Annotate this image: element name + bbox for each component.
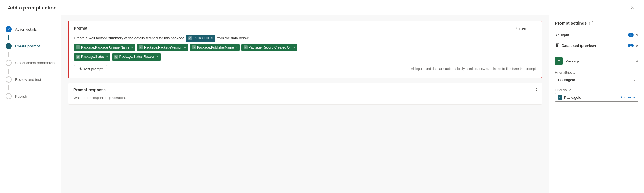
panel-title-text: Prompt settings	[555, 21, 587, 25]
sidebar-step-label-5: Publish	[15, 94, 27, 98]
filter-value-box: ⊙ PackageId × + Add value	[555, 93, 638, 102]
chip-label-packageid: PackageId	[193, 35, 209, 41]
tag-close-1[interactable]: ×	[131, 45, 133, 50]
tag-close-5[interactable]: ×	[106, 54, 108, 60]
chip-icon-teal: ⊙	[188, 36, 192, 40]
sidebar-step-label-4: Review and test	[15, 78, 41, 82]
data-used-label: Data used (preview)	[562, 44, 596, 48]
dialog-title: Add a prompt action	[8, 5, 57, 11]
input-chevron-icon: ∨	[636, 33, 638, 37]
prompt-actions: + Insert ···	[515, 26, 537, 31]
input-row-right: 1 ∨	[628, 33, 638, 37]
sidebar-step-review-test[interactable]: Review and test	[6, 74, 56, 85]
tag-label-4: Package.Record Created On	[249, 45, 292, 51]
panel-title: Prompt settings i	[555, 21, 638, 25]
tag-label-2: Package.PackageVersion	[144, 45, 182, 51]
response-header: Prompt response ⛶	[73, 87, 537, 92]
add-value-button[interactable]: + Add value	[618, 95, 635, 99]
filter-value-left: ⊙ PackageId ×	[558, 95, 585, 100]
prompt-tags-row1: ⊙ Package.Package Unique Name × ⊙ Packag…	[74, 44, 537, 51]
response-text: Waiting for response generation.	[73, 96, 537, 100]
tag-chip-status[interactable]: ⊙ Package.Status ×	[74, 53, 110, 61]
step-connector-4	[8, 85, 9, 90]
step-circle-2	[6, 43, 12, 49]
input-label-container: ↩ Input	[555, 33, 569, 37]
filter-value-label: Filter value	[555, 88, 638, 92]
center-content: Prompt + Insert ··· Create a well formed…	[61, 15, 549, 193]
package-chevron-up-icon: ∧	[636, 59, 638, 63]
tag-chip-created-on[interactable]: ⊙ Package.Record Created On ×	[241, 44, 298, 51]
package-more-button[interactable]: ···	[628, 59, 634, 64]
expand-button[interactable]: ⛶	[533, 87, 537, 92]
test-prompt-button[interactable]: ⚗ Test prompt	[74, 65, 107, 73]
tag-chip-version[interactable]: ⊙ Package.PackageVersion ×	[137, 44, 188, 51]
data-used-right: 1 ∧	[628, 44, 638, 47]
sidebar-step-select-params[interactable]: Select action parameters	[6, 57, 56, 69]
tag-label-5: Package.Status	[81, 54, 104, 60]
tag-chip-publisher[interactable]: ⊙ Package.PublisherName ×	[190, 44, 240, 51]
filter-attribute-select[interactable]: PackageId	[555, 76, 638, 84]
tag-close-4[interactable]: ×	[293, 45, 295, 50]
tag-close-2[interactable]: ×	[184, 45, 186, 50]
filter-value-chip-icon: ⊙	[558, 95, 562, 100]
response-title: Prompt response	[73, 88, 106, 92]
chip-icon-5: ⊙	[76, 55, 80, 59]
input-row[interactable]: ↩ Input 1 ∨	[555, 30, 638, 40]
package-id-chip[interactable]: ⊙ PackageId ×	[186, 35, 215, 42]
step-connector-2	[8, 52, 9, 57]
filter-value-section: Filter value ⊙ PackageId × + Add value	[555, 88, 638, 102]
insert-button[interactable]: + Insert	[515, 26, 527, 30]
package-item-left: ⊙ Package	[555, 57, 580, 65]
filter-attribute-section: Filter attribute PackageId ∨	[555, 71, 638, 84]
sidebar-step-label-1: Action details	[15, 27, 37, 32]
chip-icon-2: ⊙	[139, 45, 143, 49]
flask-icon: ⚗	[79, 67, 82, 71]
prompt-box: Prompt + Insert ··· Create a well formed…	[68, 21, 542, 78]
tag-label-1: Package.Package Unique Name	[81, 45, 129, 51]
prompt-text-line-1: Create a well formed summary of the deta…	[74, 35, 537, 42]
input-arrow-icon: ↩	[555, 33, 559, 37]
step-circle-5	[6, 93, 12, 99]
step-circle-1: ✓	[6, 26, 12, 32]
package-item-right: ··· ∧	[628, 59, 638, 64]
step-circle-3	[6, 60, 12, 66]
input-label: Input	[561, 33, 569, 37]
prompt-footer: ⚗ Test prompt All inputs and data are au…	[74, 65, 537, 73]
prompt-tags-row2: ⊙ Package.Status × ⊙ Package.Status Reas…	[74, 53, 537, 61]
prompt-header: Prompt + Insert ···	[74, 26, 537, 31]
filter-value-close-icon[interactable]: ×	[583, 95, 585, 100]
package-icon: ⊙	[555, 57, 563, 65]
prompt-content: Create a well formed summary of the deta…	[74, 35, 537, 61]
package-name: Package	[565, 59, 580, 63]
tag-close-6[interactable]: ×	[157, 54, 158, 60]
response-box: Prompt response ⛶ Waiting for response g…	[68, 83, 542, 105]
filter-attribute-label: Filter attribute	[555, 71, 638, 74]
step-connector-1	[8, 35, 9, 40]
right-panel: Prompt settings i ↩ Input 1 ∨ 🗄 Data use…	[549, 15, 644, 193]
more-options-button[interactable]: ···	[531, 26, 537, 31]
data-used-row[interactable]: 🗄 Data used (preview) 1 ∧	[555, 40, 638, 51]
close-button[interactable]: ×	[629, 4, 636, 12]
info-icon: i	[589, 21, 593, 25]
chip-icon-6: ⊙	[114, 55, 118, 59]
dialog-header: Add a prompt action ×	[0, 0, 644, 15]
tag-chip-unique-name[interactable]: ⊙ Package.Package Unique Name ×	[74, 44, 135, 51]
chip-icon-3: ⊙	[192, 45, 196, 49]
chip-icon-1: ⊙	[76, 45, 80, 49]
prompt-hint: All inputs and data are automatically us…	[411, 67, 537, 71]
sidebar-step-action-details[interactable]: ✓ Action details	[6, 23, 56, 35]
tag-chip-status-reason[interactable]: ⊙ Package.Status Reason ×	[112, 53, 161, 61]
test-prompt-label: Test prompt	[84, 67, 103, 71]
main-layout: ✓ Action details Create prompt Select ac…	[0, 15, 644, 193]
chip-close-packageid[interactable]: ×	[211, 35, 213, 41]
chip-icon-4: ⊙	[244, 45, 248, 49]
input-badge: 1	[628, 33, 634, 37]
sidebar-step-publish[interactable]: Publish	[6, 90, 56, 102]
step-connector-3	[8, 69, 9, 74]
sidebar-step-create-prompt[interactable]: Create prompt	[6, 40, 56, 52]
filter-attribute-wrapper[interactable]: PackageId ∨	[555, 76, 638, 84]
step-circle-4	[6, 76, 12, 83]
data-used-badge: 1	[628, 44, 634, 47]
tag-close-3[interactable]: ×	[236, 45, 237, 50]
prompt-text-after: from the data below	[217, 35, 248, 41]
